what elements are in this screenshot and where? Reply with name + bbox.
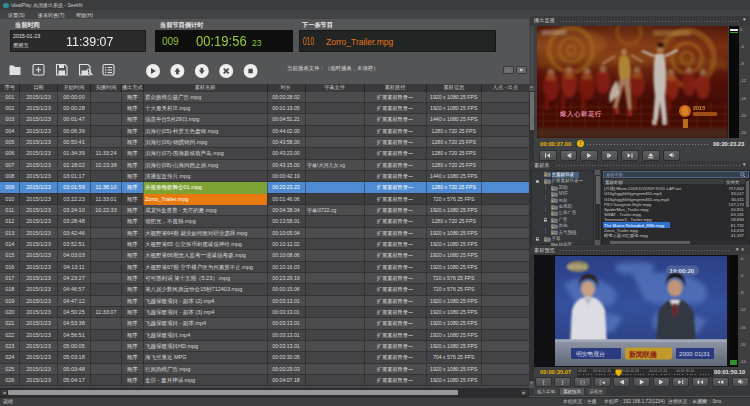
svg-text:新闻联播: 新闻联播 xyxy=(628,350,658,359)
svg-text:{◄: {◄ xyxy=(599,380,605,385)
svg-text:明安电视台: 明安电视台 xyxy=(576,350,605,358)
svg-text:2000 01|31: 2000 01|31 xyxy=(679,350,710,357)
svg-text:{·}: {·} xyxy=(580,380,585,385)
svg-text:{: { xyxy=(542,379,544,385)
svg-text:}: } xyxy=(562,379,564,385)
svg-text:CCTV-1: CCTV-1 xyxy=(567,264,587,270)
svg-text:19:00:20: 19:00:20 xyxy=(670,267,695,274)
